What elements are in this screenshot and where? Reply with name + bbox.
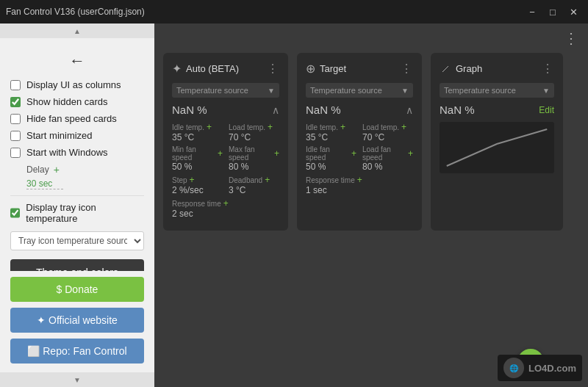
target-idle-fan-plus[interactable]: + bbox=[351, 148, 356, 159]
target-load-fan-field: Load fan speed + 80 % bbox=[362, 145, 413, 172]
theme-button[interactable]: Theme and colors bbox=[10, 259, 144, 271]
graph-card-title-row: ⟋ Graph bbox=[440, 62, 482, 76]
target-idle-temp-value: 35 °C bbox=[306, 132, 356, 142]
show-hidden-checkbox-item[interactable]: Show hidden cards bbox=[10, 96, 144, 107]
auto-percent-row: NaN % ∧ bbox=[172, 104, 279, 116]
auto-max-fan-value: 80 % bbox=[229, 162, 279, 172]
auto-card-icon: ✦ bbox=[172, 62, 182, 76]
target-load-fan-plus[interactable]: + bbox=[408, 148, 413, 159]
hide-fan-checkbox[interactable] bbox=[10, 114, 21, 124]
target-chevron[interactable]: ∧ bbox=[406, 104, 413, 116]
watermark: 🌐 LO4D.com bbox=[498, 355, 582, 381]
display-ui-checkbox-item[interactable]: Display UI as columns bbox=[10, 79, 144, 90]
website-button[interactable]: ✦ Official website bbox=[10, 308, 144, 333]
display-ui-label: Display UI as columns bbox=[26, 79, 121, 90]
auto-min-fan-field: Min fan speed + 50 % bbox=[172, 145, 223, 172]
close-button[interactable]: ✕ bbox=[564, 4, 582, 19]
start-minimized-label: Start minimized bbox=[26, 130, 93, 141]
maximize-button[interactable]: □ bbox=[544, 4, 562, 19]
target-response-field: Response time + 1 sec bbox=[306, 175, 413, 195]
target-idle-fan-field: Idle fan speed + 50 % bbox=[306, 145, 356, 172]
graph-dropdown-arrow: ▼ bbox=[542, 87, 550, 95]
auto-card-dots[interactable]: ⋮ bbox=[267, 62, 279, 76]
auto-field-row-3: Step + 2 %/sec Deadband + 3 °C bbox=[172, 175, 279, 195]
auto-min-fan-label: Min fan speed + bbox=[172, 145, 223, 162]
delay-label: Delay bbox=[26, 164, 49, 175]
target-field-row-2: Idle fan speed + 50 % Load fan speed + 8… bbox=[306, 145, 413, 172]
tray-dropdown[interactable]: Tray icon temperature source bbox=[10, 231, 144, 250]
auto-card: ✦ Auto (BETA) ⋮ Temperature source ▼ NaN… bbox=[163, 53, 288, 231]
show-hidden-checkbox[interactable] bbox=[10, 97, 21, 107]
main-content: ⋮ ✦ Auto (BETA) ⋮ Temperature source ▼ N… bbox=[154, 23, 588, 387]
target-idle-temp-plus[interactable]: + bbox=[340, 122, 345, 132]
auto-response-value: 2 sec bbox=[172, 209, 279, 219]
tray-label: Display tray icon temperature bbox=[26, 202, 144, 224]
delay-row: Delay + bbox=[26, 164, 144, 176]
minimize-button[interactable]: − bbox=[523, 4, 541, 19]
auto-dropdown-arrow: ▼ bbox=[268, 87, 275, 95]
target-card-dropdown[interactable]: Temperature source ▼ bbox=[306, 83, 413, 98]
auto-deadband-label: Deadband + bbox=[229, 175, 279, 185]
scroll-up-arrow[interactable]: ▲ bbox=[0, 23, 154, 38]
target-load-temp-plus[interactable]: + bbox=[401, 122, 406, 132]
delay-plus-button[interactable]: + bbox=[54, 164, 60, 176]
auto-chevron[interactable]: ∧ bbox=[272, 104, 279, 116]
auto-temp-label: Temperature source bbox=[176, 86, 248, 95]
target-idle-fan-value: 50 % bbox=[306, 162, 356, 172]
auto-min-fan-plus[interactable]: + bbox=[218, 148, 223, 159]
auto-deadband-plus[interactable]: + bbox=[265, 175, 270, 185]
target-card-title-row: ⊕ Target bbox=[306, 62, 346, 76]
auto-card-title: Auto (BETA) bbox=[186, 63, 239, 74]
target-response-value: 1 sec bbox=[306, 185, 413, 195]
graph-temp-label: Temperature source bbox=[444, 86, 516, 95]
app-container: ▲ ← Display UI as columns Show hidden ca… bbox=[0, 23, 588, 387]
graph-percent-row: NaN % Edit bbox=[440, 104, 554, 116]
target-idle-temp-field: Idle temp. + 35 °C bbox=[306, 122, 356, 142]
main-header: ⋮ bbox=[154, 23, 588, 53]
target-load-temp-value: 70 °C bbox=[362, 132, 413, 142]
start-minimized-checkbox-item[interactable]: Start minimized bbox=[10, 130, 144, 141]
auto-step-label: Step + bbox=[172, 175, 223, 185]
auto-max-fan-field: Max fan speed + 80 % bbox=[229, 145, 279, 172]
tray-checkbox-item[interactable]: Display tray icon temperature bbox=[10, 202, 144, 224]
auto-load-temp-field: Load temp. + 70 °C bbox=[229, 122, 279, 142]
start-windows-checkbox[interactable] bbox=[10, 148, 21, 158]
auto-step-field: Step + 2 %/sec bbox=[172, 175, 223, 195]
auto-field-row-1: Idle temp. + 35 °C Load temp. + 70 °C bbox=[172, 122, 279, 142]
scroll-down-arrow[interactable]: ▼ bbox=[0, 372, 154, 387]
target-percent: NaN % bbox=[306, 104, 341, 116]
auto-step-plus[interactable]: + bbox=[190, 175, 195, 185]
target-response-plus[interactable]: + bbox=[357, 175, 362, 185]
start-minimized-checkbox[interactable] bbox=[10, 131, 21, 141]
target-card-dots[interactable]: ⋮ bbox=[401, 62, 413, 76]
donate-button[interactable]: $ Donate bbox=[10, 277, 144, 302]
auto-max-fan-plus[interactable]: + bbox=[274, 148, 279, 159]
start-windows-checkbox-item[interactable]: Start with Windows bbox=[10, 147, 144, 158]
auto-load-temp-plus[interactable]: + bbox=[268, 122, 273, 132]
auto-response-plus[interactable]: + bbox=[223, 198, 229, 209]
display-ui-checkbox[interactable] bbox=[10, 80, 21, 90]
graph-edit-link[interactable]: Edit bbox=[539, 105, 554, 115]
target-load-fan-value: 80 % bbox=[362, 162, 413, 172]
hide-fan-checkbox-item[interactable]: Hide fan speed cards bbox=[10, 113, 144, 124]
target-response-label: Response time + bbox=[306, 175, 413, 185]
window-title: Fan Control V136 (userConfig.json) bbox=[6, 7, 145, 17]
target-load-temp-field: Load temp. + 70 °C bbox=[362, 122, 413, 142]
auto-idle-temp-plus[interactable]: + bbox=[207, 122, 212, 132]
target-field-row-1: Idle temp. + 35 °C Load temp. + 70 °C bbox=[306, 122, 413, 142]
graph-card-dropdown[interactable]: Temperature source ▼ bbox=[440, 83, 554, 98]
target-card-title: Target bbox=[320, 63, 346, 74]
repo-button[interactable]: ⬜ Repo: Fan Control bbox=[10, 339, 144, 364]
auto-idle-temp-value: 35 °C bbox=[172, 132, 223, 142]
main-dots-menu[interactable]: ⋮ bbox=[564, 29, 579, 47]
tray-dropdown-row: Tray icon temperature source bbox=[10, 231, 144, 250]
graph-card-dots[interactable]: ⋮ bbox=[542, 62, 554, 76]
tray-checkbox[interactable] bbox=[10, 208, 20, 218]
back-button[interactable]: ← bbox=[10, 46, 144, 79]
window-controls: − □ ✕ bbox=[523, 4, 582, 19]
graph-card: ⟋ Graph ⋮ Temperature source ▼ NaN % Edi… bbox=[431, 53, 563, 231]
separator-1 bbox=[10, 195, 144, 196]
auto-card-dropdown[interactable]: Temperature source ▼ bbox=[172, 83, 279, 98]
target-idle-temp-label: Idle temp. + bbox=[306, 122, 356, 132]
sidebar-scroll: ← Display UI as columns Show hidden card… bbox=[0, 38, 154, 271]
